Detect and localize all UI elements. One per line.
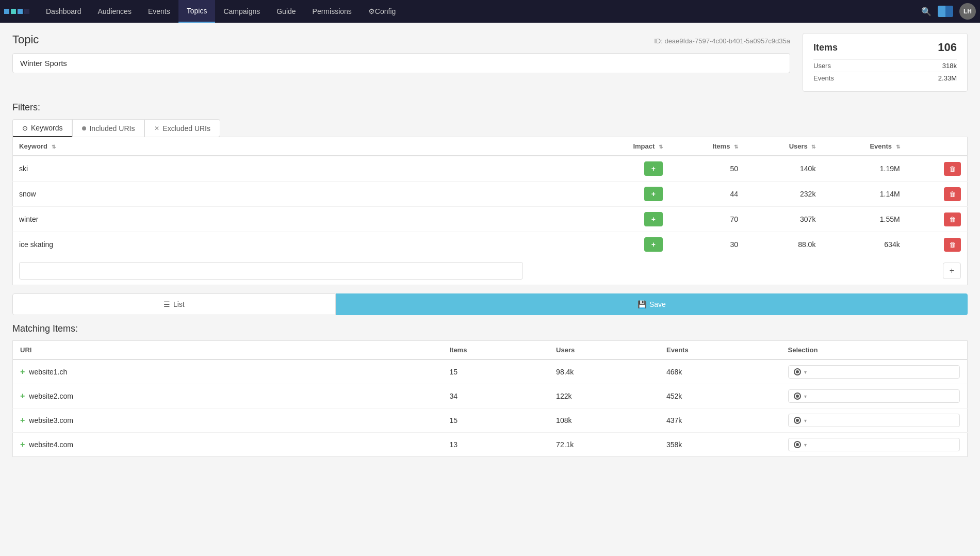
th-keyword[interactable]: Keyword ⇅ bbox=[13, 137, 586, 156]
nav-audiences[interactable]: Audiences bbox=[90, 0, 140, 23]
list-button[interactable]: ☰ List bbox=[12, 293, 336, 315]
nav-topics[interactable]: Topics bbox=[178, 0, 216, 23]
uri-text: website1.ch bbox=[29, 368, 67, 376]
action-row: ☰ List 💾 Save bbox=[12, 293, 968, 315]
save-button[interactable]: 💾 Save bbox=[336, 293, 968, 315]
th-m-users: Users bbox=[549, 341, 659, 360]
selection-circle-icon bbox=[794, 393, 801, 400]
theme-toggle[interactable] bbox=[938, 6, 953, 17]
keyword-cell: ice skating bbox=[13, 232, 586, 257]
th-m-items: Items bbox=[442, 341, 549, 360]
m-users-cell: 98.4k bbox=[549, 359, 659, 384]
th-items[interactable]: Items ⇅ bbox=[669, 137, 744, 156]
items-cell: 30 bbox=[669, 232, 744, 257]
events-cell: 1.55M bbox=[822, 207, 906, 232]
selection-dropdown[interactable]: ▾ bbox=[788, 414, 960, 427]
expand-icon[interactable]: + bbox=[20, 367, 25, 377]
avatar[interactable]: LH bbox=[959, 3, 976, 20]
nav-campaigns[interactable]: Campaigns bbox=[215, 0, 268, 23]
m-users-cell: 122k bbox=[549, 384, 659, 408]
m-users-cell: 72.1k bbox=[549, 433, 659, 457]
m-items-cell: 15 bbox=[442, 359, 549, 384]
dot-icon bbox=[82, 126, 86, 130]
expand-icon[interactable]: + bbox=[20, 440, 25, 449]
main-content: Topic ID: deae9fda-7597-4c00-b401-5a0957… bbox=[0, 23, 980, 556]
selection-dropdown[interactable]: ▾ bbox=[788, 365, 960, 379]
selection-dropdown[interactable]: ▾ bbox=[788, 389, 960, 403]
uri-text: website3.com bbox=[29, 416, 73, 424]
m-users-cell: 108k bbox=[549, 408, 659, 433]
tab-included-uris[interactable]: Included URIs bbox=[72, 119, 144, 137]
nav-events[interactable]: Events bbox=[140, 0, 178, 23]
matching-row: + website3.com 15 108k 437k ▾ bbox=[13, 408, 968, 433]
keyword-row: ice skating + 30 88.0k 634k 🗑 bbox=[13, 232, 968, 257]
nav-permissions[interactable]: Permissions bbox=[304, 0, 360, 23]
top-section: Topic ID: deae9fda-7597-4c00-b401-5a0957… bbox=[12, 33, 968, 92]
events-cell: 1.14M bbox=[822, 182, 906, 207]
chevron-down-icon: ▾ bbox=[804, 418, 807, 423]
stats-users-label: Users bbox=[813, 62, 831, 70]
impact-add-button[interactable]: + bbox=[644, 237, 663, 252]
m-items-cell: 34 bbox=[442, 384, 549, 408]
selection-circle-icon bbox=[794, 368, 801, 375]
tab-excluded-uris[interactable]: ✕ Excluded URIs bbox=[144, 119, 220, 137]
new-keyword-row: + bbox=[13, 257, 968, 285]
logo-sq2 bbox=[11, 9, 16, 14]
sort-impact-icon: ⇅ bbox=[659, 144, 663, 150]
expand-icon[interactable]: + bbox=[20, 416, 25, 425]
m-events-cell: 468k bbox=[659, 359, 781, 384]
chevron-down-icon: ▾ bbox=[804, 369, 807, 375]
delete-keyword-button[interactable]: 🗑 bbox=[944, 212, 961, 226]
delete-keyword-button[interactable]: 🗑 bbox=[944, 162, 961, 176]
impact-cell: + bbox=[585, 182, 669, 207]
delete-cell: 🗑 bbox=[906, 207, 968, 232]
th-users[interactable]: Users ⇅ bbox=[744, 137, 822, 156]
matching-row: + website2.com 34 122k 452k ▾ bbox=[13, 384, 968, 408]
list-icon: ☰ bbox=[164, 300, 170, 308]
th-m-events: Events bbox=[659, 341, 781, 360]
navbar: Dashboard Audiences Events Topics Campai… bbox=[0, 0, 980, 23]
nav-config[interactable]: ⚙ Config bbox=[360, 0, 404, 23]
delete-keyword-button[interactable]: 🗑 bbox=[944, 238, 961, 252]
uri-cell: + website2.com bbox=[13, 384, 443, 408]
keyword-cell: ski bbox=[13, 156, 586, 182]
topic-left: Topic ID: deae9fda-7597-4c00-b401-5a0957… bbox=[12, 33, 790, 73]
nav-dashboard[interactable]: Dashboard bbox=[38, 0, 90, 23]
topic-name-input[interactable] bbox=[12, 53, 790, 73]
tab-keywords[interactable]: ⊙ Keywords bbox=[12, 119, 72, 137]
users-cell: 88.0k bbox=[744, 232, 822, 257]
stats-panel: Items 106 Users 318k Events 2.33M bbox=[803, 33, 968, 92]
stats-users-row: Users 318k bbox=[813, 59, 957, 72]
th-events[interactable]: Events ⇅ bbox=[822, 137, 906, 156]
chevron-down-icon: ▾ bbox=[804, 442, 807, 448]
new-keyword-input[interactable] bbox=[19, 262, 523, 280]
th-selection: Selection bbox=[781, 341, 968, 360]
stats-events-row: Events 2.33M bbox=[813, 72, 957, 84]
matching-table: URI Items Users Events Selection + websi… bbox=[12, 340, 968, 457]
selection-cell: ▾ bbox=[781, 433, 968, 457]
impact-add-button[interactable]: + bbox=[644, 212, 663, 226]
events-cell: 1.19M bbox=[822, 156, 906, 182]
logo-sq3 bbox=[18, 9, 23, 14]
sort-events-icon: ⇅ bbox=[896, 144, 900, 150]
search-icon[interactable]: 🔍 bbox=[921, 7, 932, 17]
x-icon: ✕ bbox=[154, 125, 159, 132]
th-impact[interactable]: Impact ⇅ bbox=[585, 137, 669, 156]
matching-row: + website4.com 13 72.1k 358k ▾ bbox=[13, 433, 968, 457]
users-cell: 307k bbox=[744, 207, 822, 232]
nav-right: 🔍 LH bbox=[921, 3, 976, 20]
nav-items: Dashboard Audiences Events Topics Campai… bbox=[38, 0, 921, 23]
delete-keyword-button[interactable]: 🗑 bbox=[944, 187, 961, 201]
nav-guide[interactable]: Guide bbox=[268, 0, 304, 23]
expand-icon[interactable]: + bbox=[20, 391, 25, 401]
add-keyword-button[interactable]: + bbox=[943, 263, 961, 279]
impact-add-button[interactable]: + bbox=[644, 187, 663, 201]
impact-add-button[interactable]: + bbox=[644, 161, 663, 176]
selection-dropdown[interactable]: ▾ bbox=[788, 438, 960, 451]
uri-cell: + website4.com bbox=[13, 433, 443, 457]
uri-cell: + website1.ch bbox=[13, 359, 443, 384]
keyword-row: snow + 44 232k 1.14M 🗑 bbox=[13, 182, 968, 207]
logo-sq1 bbox=[4, 9, 9, 14]
selection-cell: ▾ bbox=[781, 359, 968, 384]
keyword-row: ski + 50 140k 1.19M 🗑 bbox=[13, 156, 968, 182]
